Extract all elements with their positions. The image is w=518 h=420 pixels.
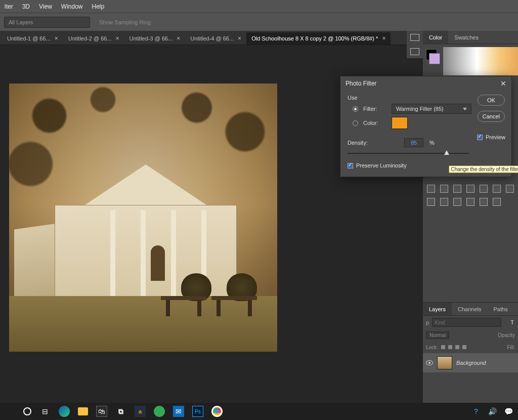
adjustment-icon[interactable]	[466, 198, 474, 206]
density-slider[interactable]	[348, 149, 469, 157]
slider-handle[interactable]	[444, 150, 449, 155]
sample-layers-dropdown[interactable]: All Layers	[4, 17, 90, 28]
ok-button[interactable]: OK	[478, 95, 505, 106]
layer-thumbnail[interactable]	[437, 356, 452, 369]
lock-icon[interactable]	[462, 345, 466, 349]
tab-untitled-1[interactable]: Untitled-1 @ 66...×	[2, 32, 63, 45]
layer-row[interactable]: Background	[423, 353, 518, 372]
tooltip: Change the density of the filter effect.	[449, 165, 519, 173]
adjustment-icon[interactable]	[427, 198, 435, 206]
dropbox-icon[interactable]: ⧉	[115, 406, 126, 417]
adjustment-icon[interactable]	[493, 198, 501, 206]
adjustment-icon[interactable]	[453, 185, 461, 193]
layer-name: Background	[456, 360, 486, 366]
adjustment-icon[interactable]	[440, 198, 448, 206]
dialog-titlebar[interactable]: Photo Filter ✕	[340, 76, 511, 91]
channels-tab[interactable]: Channels	[452, 303, 487, 315]
adjustments-icons	[423, 180, 518, 211]
edge-icon[interactable]	[59, 406, 70, 417]
lock-label: Lock:	[426, 345, 438, 350]
density-label: Density:	[348, 140, 398, 146]
filter-dropdown[interactable]: Warming Filter (85)	[392, 104, 471, 114]
preserve-luminosity-checkbox[interactable]	[348, 163, 353, 169]
preview-checkbox[interactable]	[477, 135, 483, 140]
preserve-luminosity-label: Preserve Luminosity	[356, 162, 407, 169]
file-explorer-icon[interactable]	[78, 407, 88, 415]
tab-untitled-3[interactable]: Untitled-3 @ 66...×	[124, 32, 186, 45]
blend-mode-select[interactable]: Normal	[426, 331, 449, 339]
preview-label: Preview	[486, 134, 505, 140]
color-panel	[423, 44, 518, 78]
show-sampling-ring[interactable]: Show Sampling Ring	[95, 17, 166, 28]
tab-old-schoolhouse[interactable]: Old Schoolhouse 8 X 8 copy 2 @ 100% (RGB…	[246, 32, 391, 45]
tab-label: Old Schoolhouse 8 X 8 copy 2 @ 100% (RGB…	[251, 35, 378, 41]
filter-radio-label: Filter:	[363, 106, 386, 112]
adjustment-icon[interactable]	[453, 198, 461, 206]
collapsed-panel-icons	[407, 31, 423, 58]
lock-icon[interactable]	[455, 345, 459, 349]
lock-icon[interactable]	[448, 345, 452, 349]
options-bar: All Layers Show Sampling Ring	[0, 13, 518, 31]
close-icon[interactable]: ×	[382, 35, 385, 42]
lock-icon[interactable]	[441, 345, 445, 349]
color-tab[interactable]: Color	[423, 31, 448, 44]
color-spectrum[interactable]	[443, 47, 518, 75]
menu-window[interactable]: Window	[57, 3, 88, 10]
tab-untitled-4[interactable]: Untitled-4 @ 66...×	[185, 32, 246, 45]
notifications-icon[interactable]: 💬	[503, 406, 514, 417]
start-button[interactable]	[4, 406, 15, 417]
close-icon[interactable]: ×	[116, 35, 119, 42]
menu-3d[interactable]: 3D	[18, 3, 34, 10]
density-input[interactable]: 85	[404, 138, 423, 147]
close-icon[interactable]: ×	[55, 35, 58, 42]
adjustment-icon[interactable]	[466, 185, 474, 193]
tab-label: Untitled-2 @ 66...	[68, 35, 112, 41]
document-image	[9, 83, 277, 352]
search-icon[interactable]	[23, 407, 31, 415]
filter-type-icon[interactable]: T	[510, 319, 514, 325]
layers-tab[interactable]: Layers	[423, 303, 452, 315]
task-view-icon[interactable]: ⊟	[39, 406, 51, 417]
tab-untitled-2[interactable]: Untitled-2 @ 66...×	[63, 32, 124, 45]
adjustment-icon[interactable]	[427, 185, 435, 193]
panel-icon[interactable]	[410, 48, 419, 55]
tray-icon[interactable]: 🔊	[487, 406, 498, 417]
cancel-button[interactable]: Cancel	[478, 111, 505, 122]
close-icon[interactable]: ×	[177, 35, 180, 42]
close-icon[interactable]: ×	[238, 35, 241, 42]
menu-filter[interactable]: lter	[0, 3, 18, 10]
adjustment-icon[interactable]	[480, 198, 488, 206]
mail-icon[interactable]: ✉	[173, 406, 184, 417]
foreground-color-swatch[interactable]	[429, 53, 440, 64]
menu-bar: lter 3D View Window Help	[0, 0, 518, 13]
swatches-tab[interactable]: Swatches	[448, 31, 485, 44]
help-tray-icon[interactable]: ?	[470, 406, 482, 417]
dialog-title: Photo Filter	[346, 80, 376, 87]
color-radio[interactable]	[353, 120, 358, 126]
density-unit: %	[429, 140, 435, 146]
adjustment-icon[interactable]	[506, 185, 514, 193]
layer-filter-input[interactable]	[432, 318, 501, 327]
adjustment-icon[interactable]	[493, 185, 501, 193]
chrome-icon[interactable]	[211, 406, 223, 417]
photoshop-icon[interactable]: Ps	[192, 406, 203, 417]
amazon-icon[interactable]: a	[135, 406, 146, 417]
color-panel-header: Color Swatches	[423, 31, 518, 44]
panel-icon[interactable]	[410, 34, 419, 41]
tripadvisor-icon[interactable]	[154, 406, 165, 417]
layers-panel: Layers Channels Paths ρ T Normal Opacity…	[423, 302, 518, 403]
windows-taskbar: ⊟ 🛍 ⧉ a ✉ Ps ? 🔊 💬	[0, 403, 518, 420]
store-icon[interactable]: 🛍	[96, 406, 107, 417]
visibility-icon[interactable]	[426, 360, 433, 365]
paths-tab[interactable]: Paths	[488, 303, 514, 315]
fill-label: Fill:	[507, 345, 515, 350]
adjustment-icon[interactable]	[480, 185, 488, 193]
close-icon[interactable]: ✕	[500, 79, 506, 88]
menu-help[interactable]: Help	[88, 3, 109, 10]
tab-label: Untitled-3 @ 66...	[130, 35, 173, 41]
photo-filter-dialog: Photo Filter ✕ OK Cancel Preview Use Fil…	[340, 76, 512, 177]
filter-radio[interactable]	[353, 106, 358, 112]
adjustment-icon[interactable]	[440, 185, 448, 193]
color-swatch[interactable]	[392, 117, 408, 129]
menu-view[interactable]: View	[34, 3, 57, 10]
